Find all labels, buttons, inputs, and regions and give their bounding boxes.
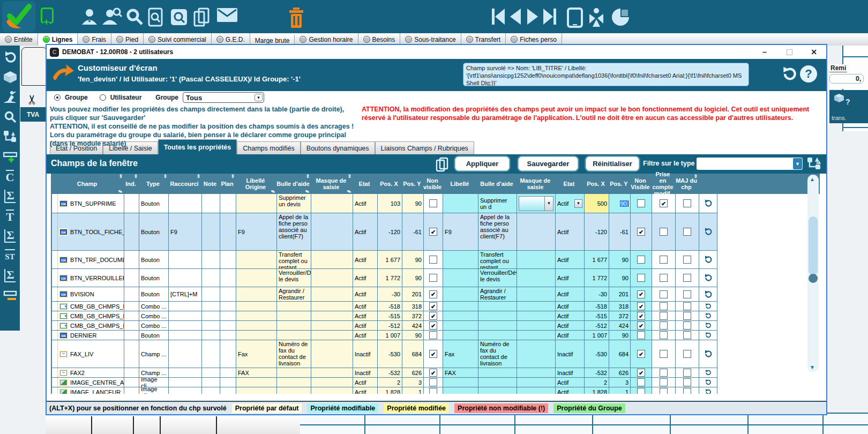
checkbox-nonvis2[interactable]: ✔ (637, 228, 645, 236)
cell-etat2[interactable]: Inactif (556, 340, 585, 368)
checkbox-prise[interactable] (660, 369, 668, 377)
cell-nonvis2[interactable]: ✔ (631, 287, 652, 301)
cell-posy2[interactable]: 90 (609, 251, 631, 268)
row-handle[interactable] (54, 194, 58, 213)
next-record-icon[interactable] (526, 8, 539, 26)
sort-icon[interactable]: ⇕ (118, 173, 123, 179)
row-handle[interactable] (54, 311, 58, 320)
cell-posx2[interactable]: -515 (585, 311, 609, 320)
cell-maj[interactable] (676, 340, 699, 368)
checkbox-prise[interactable] (660, 378, 668, 386)
checkbox-maj[interactable] (683, 369, 691, 377)
cut-icon[interactable]: ✂ (25, 94, 40, 105)
cell-bulle[interactable] (478, 378, 517, 387)
column-header-Pos. Y[interactable]: Pos. Y (608, 174, 630, 194)
cell-lib[interactable] (443, 287, 478, 301)
undo-icon[interactable] (780, 64, 799, 84)
cell-lib[interactable]: F9 (443, 213, 478, 250)
cell-masque[interactable] (517, 302, 556, 311)
checkbox-prise[interactable] (660, 290, 668, 298)
dialog-titlebar[interactable]: C DEMOBAT - 12.00R08 - 2 utilisateurs – … (47, 45, 826, 59)
column-header-Masque de saisie[interactable]: Masque de saisie⇕✎ (310, 174, 352, 194)
trash-icon[interactable] (288, 8, 304, 28)
cell-lib[interactable] (443, 321, 478, 330)
cell-bulle[interactable] (478, 302, 517, 311)
reset-row-button[interactable] (705, 322, 712, 329)
checkbox-prise[interactable] (660, 388, 668, 394)
cell-posy2[interactable]: 372 (609, 311, 631, 320)
schema-icon[interactable] (2, 129, 18, 144)
cell-etat2[interactable]: Actif (556, 387, 585, 394)
cell-posx2[interactable]: 1 677 (585, 251, 609, 268)
sort-corner-icon[interactable]: △ (47, 174, 50, 179)
cell-masque[interactable] (517, 387, 556, 394)
search-icon[interactable] (2, 109, 18, 124)
cell-posy2[interactable]: 318 (609, 302, 631, 311)
row-handle[interactable] (54, 302, 58, 311)
checkbox-nonvis2[interactable] (637, 388, 645, 394)
checkbox-maj[interactable] (683, 321, 691, 330)
cell-posx2[interactable]: -518 (585, 302, 609, 311)
checkbox-prise[interactable] (660, 321, 668, 330)
last-record-icon[interactable] (542, 8, 557, 26)
row-handle[interactable] (54, 331, 58, 340)
cell-lib[interactable] (443, 311, 478, 320)
cell-posy2[interactable]: -61 (609, 213, 631, 250)
user-search-icon[interactable] (102, 8, 122, 26)
checkbox-maj[interactable] (683, 256, 691, 264)
table-row[interactable]: OKBTN_SUPPRIMEBoutonSupprimer un devisAc… (52, 194, 717, 213)
checkbox-maj[interactable] (683, 350, 691, 358)
radio-utilisateur[interactable] (100, 94, 106, 101)
st-overline-icon[interactable]: ST (2, 248, 18, 263)
radio-groupe[interactable] (54, 94, 61, 101)
cell-nonvis2[interactable]: ✔ (631, 340, 652, 368)
cell-undo[interactable] (699, 251, 717, 268)
cell-maj[interactable] (676, 331, 699, 340)
cell-masque[interactable] (517, 269, 556, 287)
column-header-Bulle d'aide[interactable]: Bulle d'aide (477, 174, 516, 194)
cell-posx2[interactable]: -120 (585, 213, 609, 250)
cell-posx2[interactable]: 2 (585, 378, 609, 387)
row-handle[interactable] (54, 368, 58, 377)
cell-undo[interactable] (699, 331, 717, 340)
cell-maj[interactable] (676, 251, 699, 268)
cell-posx2[interactable]: -532 (585, 368, 609, 377)
cell-nonvis2[interactable] (631, 331, 652, 340)
cell-lib[interactable] (443, 251, 478, 268)
sort-icon[interactable]: ⇕ (347, 173, 351, 179)
checkbox-maj[interactable] (683, 290, 691, 298)
table-row[interactable]: ~FAX2Champ ...FAXInactif-532626✔FAXInact… (52, 368, 717, 378)
cell-lib[interactable]: FAX (443, 368, 478, 377)
cell-undo[interactable] (699, 269, 717, 287)
cell-undo[interactable] (699, 378, 717, 387)
checkbox-maj[interactable] (683, 199, 691, 207)
column-header-Etat[interactable]: Etat (555, 174, 583, 194)
cell-masque[interactable] (517, 287, 556, 301)
column-header-Note[interactable]: Note (201, 174, 219, 194)
cell-undo[interactable] (699, 321, 717, 330)
checkbox-maj[interactable] (683, 388, 691, 394)
save-button[interactable]: Sauvegarder (518, 156, 578, 171)
t-overline-icon[interactable]: T (2, 208, 18, 223)
cell-masque[interactable] (517, 213, 556, 250)
cell-prise[interactable] (652, 321, 676, 330)
cell-nonvis2[interactable]: ✔ (631, 213, 652, 250)
cell-prise[interactable] (652, 269, 676, 287)
column-header-Masque de saisie[interactable]: Masque de saisie (516, 174, 555, 194)
checkbox-nonvis2[interactable]: ✔ (637, 312, 645, 320)
device-icon[interactable] (567, 8, 583, 28)
cell-masque[interactable]: ▼ (517, 194, 556, 213)
cell-posy2[interactable]: 90 (609, 194, 631, 213)
checkbox-prise[interactable]: ✔ (660, 199, 668, 207)
checkbox-nonvis[interactable]: ✔ (429, 312, 437, 320)
cell-maj[interactable] (676, 378, 699, 387)
cell-maj[interactable] (676, 302, 699, 311)
cell-undo[interactable] (699, 194, 717, 213)
cell-etat2[interactable]: Actif (556, 302, 585, 311)
column-header-reset[interactable] (698, 174, 716, 194)
column-header-Plan[interactable]: Plan⇕ (219, 174, 235, 194)
cell-posx2[interactable]: -512 (585, 321, 609, 330)
cell-prise[interactable] (652, 302, 676, 311)
cell-etat2[interactable]: Actif (556, 213, 585, 250)
cell-posx2[interactable]: -530 (585, 340, 609, 368)
